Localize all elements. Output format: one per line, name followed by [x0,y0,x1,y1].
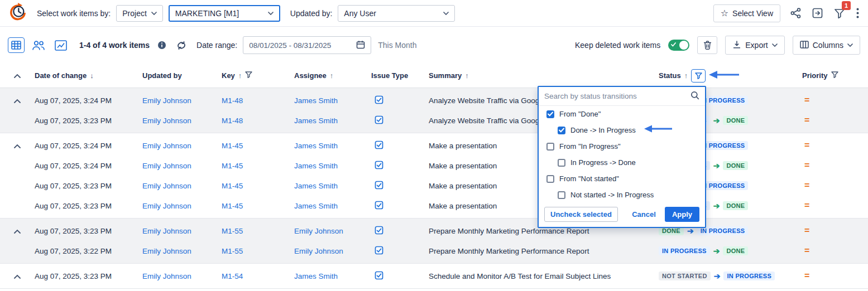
header-date-of-change[interactable]: Date of change ↓ [35,71,142,80]
sort-asc-icon[interactable]: ↑ [238,71,242,80]
trash-icon[interactable] [697,36,717,54]
status-filter-search-input[interactable] [544,92,686,100]
status-filter-icon[interactable] [691,69,706,83]
updated-by-link[interactable]: Emily Johnson [142,162,191,170]
project-dropdown[interactable]: MARKETING [M1] [169,5,280,22]
share-icon[interactable] [789,7,802,20]
assignee-link[interactable]: James Smith [294,117,338,125]
key-link[interactable]: M1-55 [222,247,243,255]
checkbox[interactable] [558,191,565,199]
header-key[interactable]: Key ↑ [222,71,294,80]
sort-desc-icon[interactable]: ↓ [90,71,94,80]
status-filter-option[interactable]: Not started -> In Progress [539,187,705,203]
table-row[interactable]: Aug 07, 2025, 3:23 PM Emily Johnson M1-5… [0,266,868,286]
key-link[interactable]: M1-45 [222,162,243,170]
updated-by-link[interactable]: Emily Johnson [142,247,191,255]
updated-by-link[interactable]: Emily Johnson [142,227,191,235]
header-priority[interactable]: Priority [802,71,868,80]
export-button[interactable]: Export [725,36,784,55]
toolbar-actions: Keep deleted work items Export [575,36,860,55]
key-link[interactable]: M1-45 [222,182,243,190]
updated-by-dropdown[interactable]: Any User [338,5,455,22]
table-row[interactable]: Aug 07, 2025, 3:22 PM Emily Johnson M1-5… [0,241,868,261]
status-filter-option[interactable]: From "Done" [539,106,705,122]
collapse-group-chevron-icon[interactable] [14,142,21,150]
sort-asc-icon[interactable]: ↑ [465,71,469,80]
collapse-group-chevron-icon[interactable] [14,96,21,105]
key-link[interactable]: M1-55 [222,227,243,235]
assignee-link[interactable]: Emily Johnson [294,227,343,235]
table-row[interactable]: Aug 07, 2025, 3:24 PM Emily Johnson M1-4… [0,90,868,110]
table-row[interactable]: Aug 07, 2025, 3:24 PM Emily Johnson M1-4… [0,135,868,156]
checkbox[interactable] [546,110,554,118]
checkbox[interactable] [546,175,554,183]
key-link[interactable]: M1-54 [222,272,243,280]
chart-view-toggle[interactable] [52,37,69,53]
checkbox[interactable] [546,143,554,151]
table-row[interactable]: Aug 07, 2025, 3:23 PM Emily Johnson M1-4… [0,196,868,216]
status-filter-option[interactable]: Done -> In Progress [539,122,705,138]
toolbar: 1-4 of 4 work items Date range: 08/01/20… [0,27,868,64]
calendar-icon [356,40,365,51]
date-range-input[interactable]: 08/01/2025 - 08/31/2025 [243,36,371,54]
status-filter-option[interactable]: From "Not started" [539,171,705,187]
mode-dropdown[interactable]: Project [116,5,163,22]
select-view-label: Select View [732,9,773,18]
open-panel-icon[interactable] [811,7,824,20]
checkbox[interactable] [558,159,565,167]
keep-deleted-toggle[interactable] [668,40,689,51]
table-row[interactable]: Aug 07, 2025, 3:24 PM Emily Johnson M1-4… [0,156,868,176]
assignee-link[interactable]: James Smith [294,182,338,190]
header-assignee[interactable]: Assignee ↑ [294,71,371,80]
key-link[interactable]: M1-48 [222,117,243,125]
collapse-group-chevron-icon[interactable] [14,227,21,235]
updated-by-link[interactable]: Emily Johnson [142,96,191,105]
table-row[interactable]: Aug 07, 2025, 3:23 PM Emily Johnson M1-4… [0,110,868,130]
assignee-link[interactable]: James Smith [294,96,338,105]
uncheck-selected-button[interactable]: Uncheck selected [544,207,618,222]
info-icon[interactable] [156,40,167,51]
refresh-icon[interactable] [175,40,188,51]
header-summary[interactable]: Summary ↑ [429,71,659,80]
header-updated-by[interactable]: Updated by [142,71,222,80]
table-view-toggle[interactable] [8,37,25,53]
apply-button[interactable]: Apply [665,207,699,222]
sort-asc-icon[interactable]: ↑ [330,71,334,80]
cancel-button[interactable]: Cancel [632,210,656,219]
collapse-group-chevron-icon[interactable] [14,272,21,280]
assignee-link[interactable]: James Smith [294,272,338,280]
saved-filters-icon[interactable]: 1 [833,7,846,20]
date-range-value: 08/01/2025 - 08/31/2025 [249,41,331,50]
collapse-all-chevron-icon[interactable] [0,74,35,78]
status-filter-option[interactable]: In Progress -> Done [539,154,705,171]
assignee-link[interactable]: James Smith [294,142,338,150]
assignee-link[interactable]: Emily Johnson [294,247,343,255]
updated-by-link[interactable]: Emily Johnson [142,272,191,280]
table-row[interactable]: Aug 07, 2025, 3:23 PM Emily Johnson M1-5… [0,221,868,241]
kebab-menu-icon[interactable] [855,7,860,20]
people-view-toggle[interactable] [30,37,47,53]
key-link[interactable]: M1-45 [222,202,243,210]
assignee-link[interactable]: James Smith [294,202,338,210]
key-link[interactable]: M1-45 [222,142,243,150]
table-row[interactable]: Aug 07, 2025, 3:23 PM Emily Johnson M1-4… [0,176,868,196]
updated-by-link[interactable]: Emily Johnson [142,117,191,125]
date-cell: Aug 07, 2025, 3:23 PM [35,272,142,280]
status-filter-options-list: From "Done" Done -> In Progress From "In… [539,106,705,203]
key-filter-icon[interactable] [245,71,252,80]
priority-filter-icon[interactable] [831,71,838,80]
columns-button[interactable]: Columns [793,36,860,55]
date-cell: Aug 07, 2025, 3:23 PM [35,182,142,190]
updated-by-link[interactable]: Emily Johnson [142,202,191,210]
sort-asc-icon[interactable]: ↑ [684,71,688,80]
assignee-link[interactable]: James Smith [294,162,338,170]
header-issue-type[interactable]: Issue Type [371,71,429,80]
status-filter-option[interactable]: From "In Progress" [539,138,705,154]
updated-by-link[interactable]: Emily Johnson [142,142,191,150]
task-type-icon [375,140,383,151]
updated-by-link[interactable]: Emily Johnson [142,182,191,190]
key-link[interactable]: M1-48 [222,96,243,105]
date-cell: Aug 07, 2025, 3:24 PM [35,142,142,150]
select-view-button[interactable]: ☆ Select View [713,4,780,22]
checkbox[interactable] [558,127,565,134]
